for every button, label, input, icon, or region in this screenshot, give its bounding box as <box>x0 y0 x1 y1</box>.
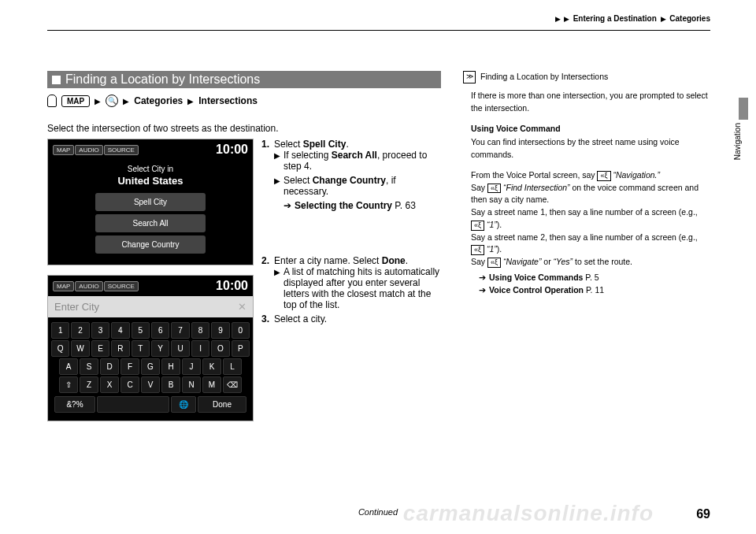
right-p2: You can find intersections by the street… <box>471 136 710 161</box>
key-done[interactable]: Done <box>198 396 246 413</box>
clear-icon[interactable]: ✕ <box>238 301 246 313</box>
continued-label: Continued <box>0 507 756 517</box>
shot1-clock: 10:00 <box>216 143 248 157</box>
spell-city-button[interactable]: Spell City <box>95 193 206 211</box>
key-u[interactable]: U <box>171 340 189 357</box>
key-m[interactable]: M <box>202 376 221 393</box>
key-f[interactable]: F <box>120 358 139 375</box>
key-3[interactable]: 3 <box>91 322 109 339</box>
key-8[interactable]: 8 <box>191 322 209 339</box>
key-t[interactable]: T <box>132 340 150 357</box>
shot1-tab-audio: AUDIO <box>75 145 102 155</box>
voice-icon: «ξ <box>597 171 610 181</box>
reference-arrow-icon: ➔ <box>479 284 486 297</box>
key-x[interactable]: X <box>100 376 119 393</box>
key-y[interactable]: Y <box>151 340 169 357</box>
key-2[interactable]: 2 <box>71 322 89 339</box>
key-globe[interactable]: 🌐 <box>171 396 196 413</box>
key-p[interactable]: P <box>232 340 250 357</box>
intro-text: Select the intersection of two streets a… <box>47 123 441 134</box>
breadcrumb-b: Categories <box>669 14 710 23</box>
key-d[interactable]: D <box>100 358 119 375</box>
key-b[interactable]: B <box>161 376 180 393</box>
side-tab-navigation: Navigation <box>732 110 742 173</box>
path-intersections: Intersections <box>198 95 258 106</box>
key-6[interactable]: 6 <box>151 322 169 339</box>
shot2-tab-map: MAP <box>53 281 74 291</box>
path-categories: Categories <box>134 95 183 106</box>
chevron-right-icon: ▶ <box>661 15 666 23</box>
key-o[interactable]: O <box>211 340 229 357</box>
section-title: Finding a Location by Intersections <box>65 72 260 87</box>
key-backspace[interactable]: ⌫ <box>223 376 242 393</box>
key-r[interactable]: R <box>111 340 129 357</box>
search-icon: 🔍 <box>106 95 118 107</box>
reference-arrow-icon: ➔ <box>479 272 486 284</box>
key-symbols[interactable]: &?% <box>54 396 95 413</box>
step2-sub: A list of matching hits is automatically… <box>284 266 441 310</box>
chevron-right-icon: ▶ <box>94 97 101 106</box>
screenshot-select-city: MAPAUDIOSOURCE 10:00 Select City in Unit… <box>47 139 254 265</box>
key-7[interactable]: 7 <box>171 322 189 339</box>
key-i[interactable]: I <box>191 340 209 357</box>
nav-path: MAP ▶ 🔍 ▶ Categories ▶ Intersections <box>47 95 441 107</box>
onscreen-keyboard[interactable]: 1234567890 QWERTYUIOP ASDFGHJKL ⇧ZXCVBNM… <box>48 317 253 421</box>
voice-icon: «ξ <box>471 221 484 231</box>
key-v[interactable]: V <box>141 376 160 393</box>
city-input[interactable]: Enter City ✕ <box>48 296 253 317</box>
breadcrumb: ▶▶ Entering a Destination ▶ Categories <box>554 14 710 23</box>
step3-text: Select a city. <box>274 313 327 324</box>
voice-icon: «ξ <box>487 184 501 194</box>
key-0[interactable]: 0 <box>232 322 250 339</box>
key-s[interactable]: S <box>80 358 98 375</box>
right-title: Finding a Location by Intersections <box>480 71 608 83</box>
shot2-clock: 10:00 <box>216 279 248 293</box>
square-icon <box>52 76 61 84</box>
key-w[interactable]: W <box>71 340 89 357</box>
key-5[interactable]: 5 <box>132 322 150 339</box>
play-icon: ▶ <box>274 151 280 172</box>
key-n[interactable]: N <box>182 376 201 393</box>
shot1-select-city-label: Select City in <box>48 165 253 173</box>
shot1-tab-map: MAP <box>53 145 74 155</box>
shot1-tab-source: SOURCE <box>104 145 139 155</box>
play-icon: ▶ <box>274 268 280 310</box>
key-g[interactable]: G <box>141 358 160 375</box>
section-heading: Finding a Location by Intersections <box>47 71 441 88</box>
mic-icon <box>47 95 57 107</box>
info-icon: ≫ <box>463 71 476 83</box>
right-p1: If there is more than one intersection, … <box>471 90 710 115</box>
reference-arrow-icon: ➔ <box>284 200 291 211</box>
key-h[interactable]: H <box>161 358 180 375</box>
key-a[interactable]: A <box>59 358 78 375</box>
step1-text: Select <box>274 139 303 150</box>
ref-voice-commands: Using Voice Commands <box>489 273 583 282</box>
key-q[interactable]: Q <box>51 340 69 357</box>
key-c[interactable]: C <box>120 376 139 393</box>
voice-icon: «ξ <box>471 245 484 255</box>
key-space[interactable] <box>97 396 169 413</box>
key-z[interactable]: Z <box>80 376 98 393</box>
key-1[interactable]: 1 <box>51 322 69 339</box>
search-all-button[interactable]: Search All <box>95 214 206 232</box>
city-input-placeholder: Enter City <box>54 301 99 313</box>
change-country-button[interactable]: Change Country <box>95 235 206 254</box>
key-shift[interactable]: ⇧ <box>59 376 78 393</box>
chevron-right-icon: ▶ <box>564 15 569 23</box>
key-l[interactable]: L <box>223 358 242 375</box>
side-tab-label: Navigation <box>733 123 742 160</box>
key-k[interactable]: K <box>202 358 221 375</box>
ref-selecting-country: Selecting the Country <box>295 200 392 211</box>
right-h1: Using Voice Command <box>471 123 710 135</box>
ref-voice-control: Voice Control Operation <box>489 285 584 295</box>
voice-icon: «ξ <box>487 258 501 268</box>
key-j[interactable]: J <box>182 358 201 375</box>
shot2-tab-audio: AUDIO <box>75 281 102 291</box>
chevron-right-icon: ▶ <box>555 15 561 23</box>
steps-list: 1.Select Spell City. ▶If selecting Searc… <box>261 139 441 324</box>
key-4[interactable]: 4 <box>111 322 129 339</box>
step2-text: Enter a city name. Select <box>274 255 382 266</box>
key-9[interactable]: 9 <box>211 322 229 339</box>
key-e[interactable]: E <box>91 340 109 357</box>
shot2-tab-source: SOURCE <box>104 281 139 291</box>
